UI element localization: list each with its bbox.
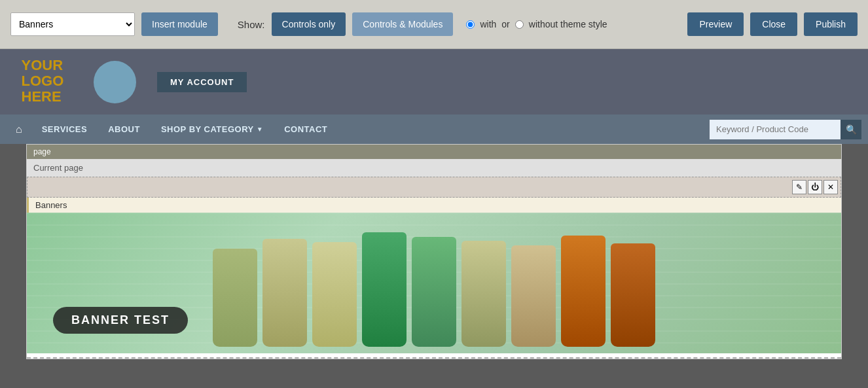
nav-shop-by-category-button[interactable]: SHOP BY CATEGORY ▼ <box>151 115 274 144</box>
page-label-bar: page <box>27 145 841 159</box>
nav-services-label: SERVICES <box>42 124 88 134</box>
nav-about-button[interactable]: ABOUT <box>98 115 151 144</box>
without-theme-radio[interactable] <box>515 20 524 29</box>
nav-home-button[interactable]: ⌂ <box>7 115 31 144</box>
with-theme-label: with <box>480 19 496 29</box>
controls-only-button[interactable]: Controls only <box>272 12 346 36</box>
current-page-text: Current page <box>33 163 83 173</box>
close-icon: ✕ <box>827 183 834 192</box>
module-power-button[interactable]: ⏻ <box>808 180 822 194</box>
or-label: or <box>501 19 509 29</box>
power-icon: ⏻ <box>811 183 819 192</box>
banner-text: BANNER TEST <box>71 313 170 326</box>
module-bottom-border <box>27 353 841 359</box>
cup-8 <box>561 236 606 347</box>
nav-about-label: ABOUT <box>108 124 140 134</box>
controls-modules-button[interactable]: Controls & Modules <box>352 12 453 36</box>
banner-text-overlay: BANNER TEST <box>53 307 188 334</box>
search-button[interactable]: 🔍 <box>841 120 861 139</box>
logo-area: YOURLOGOHERE <box>13 56 144 108</box>
cup-7 <box>511 245 556 347</box>
nav-shop-label: SHOP BY CATEGORY <box>161 124 254 134</box>
search-input[interactable] <box>710 120 841 139</box>
cup-6 <box>461 241 506 347</box>
insert-module-button[interactable]: Insert module <box>141 12 218 36</box>
show-label: Show: <box>238 19 265 30</box>
edit-icon: ✎ <box>796 183 803 192</box>
nav-services-button[interactable]: SERVICES <box>31 115 98 144</box>
cup-1 <box>213 249 257 347</box>
banner-image-area: BANNER TEST <box>27 213 841 353</box>
site-header: YOURLOGOHERE MY ACCOUNT ⌂ SERVICES ABOUT… <box>0 49 868 144</box>
publish-button[interactable]: Publish <box>804 12 858 36</box>
site-header-top: YOURLOGOHERE MY ACCOUNT <box>0 49 868 115</box>
page-label-text: page <box>33 147 51 156</box>
nav-contact-label: CONTACT <box>284 124 327 134</box>
cup-2 <box>262 239 307 347</box>
current-page-bar: Current page <box>27 159 841 177</box>
cup-5 <box>412 237 456 347</box>
search-icon: 🔍 <box>846 124 857 135</box>
with-theme-radio[interactable] <box>466 20 475 29</box>
module-select[interactable]: Banners Header Footer Sidebar <box>10 12 135 36</box>
theme-style-radio-group: with or without theme style <box>466 19 607 29</box>
site-nav: ⌂ SERVICES ABOUT SHOP BY CATEGORY ▼ CONT… <box>0 115 868 144</box>
shop-arrow-icon: ▼ <box>257 126 263 133</box>
module-close-button[interactable]: ✕ <box>823 180 838 194</box>
nav-contact-button[interactable]: CONTACT <box>274 115 338 144</box>
preview-button[interactable]: Preview <box>687 12 744 36</box>
my-account-button[interactable]: MY ACCOUNT <box>157 72 247 92</box>
content-area: page Current page ✎ ⏻ ✕ Banners <box>26 144 842 359</box>
module-edit-button[interactable]: ✎ <box>792 180 806 194</box>
banners-label: Banners <box>27 198 841 213</box>
site-preview: YOURLOGOHERE MY ACCOUNT ⌂ SERVICES ABOUT… <box>0 49 868 388</box>
cup-9 <box>611 243 655 347</box>
close-button[interactable]: Close <box>750 12 797 36</box>
toolbar: Banners Header Footer Sidebar Insert mod… <box>0 0 868 49</box>
cup-4 <box>362 232 407 347</box>
logo-wrapper: YOURLOGOHERE <box>22 58 136 107</box>
module-controls-row: ✎ ⏻ ✕ <box>27 177 841 198</box>
cup-3 <box>312 242 357 347</box>
nav-search: 🔍 <box>710 120 861 139</box>
without-theme-label: without theme style <box>529 19 607 29</box>
banners-label-text: Banners <box>35 200 67 210</box>
logo-circle-decoration <box>94 61 136 103</box>
